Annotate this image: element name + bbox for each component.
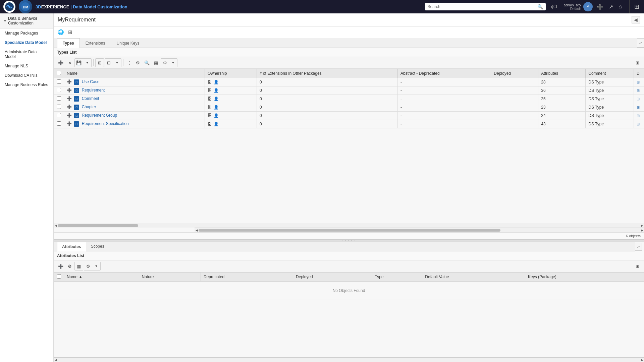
- filter-attr-btn[interactable]: ⚙: [66, 262, 74, 270]
- table-settings-btn[interactable]: ⊞: [633, 59, 641, 67]
- row-expand-icon[interactable]: ➕: [67, 79, 72, 84]
- grid-tool-icon[interactable]: ⊞: [66, 28, 74, 37]
- row-expand-icon[interactable]: ➕: [67, 96, 72, 101]
- row-d-cell[interactable]: ⊞: [634, 95, 644, 103]
- scroll-left-btn[interactable]: ◀: [54, 224, 58, 228]
- sidebar-item-nls[interactable]: Manage NLS: [0, 61, 53, 71]
- row-name-link[interactable]: Use Case: [82, 79, 100, 84]
- attr-columns-btn[interactable]: ▦: [75, 262, 83, 270]
- row-checkbox-5[interactable]: [57, 121, 61, 126]
- row-checkbox-4[interactable]: [57, 113, 61, 117]
- avatar[interactable]: A: [583, 2, 593, 11]
- col-d-header[interactable]: D: [634, 69, 644, 78]
- attr-scroll-right-btn[interactable]: ▶: [640, 358, 644, 362]
- sidebar-item-administrate[interactable]: Administrate Data Model: [0, 47, 53, 61]
- row-name-cell[interactable]: ➕ □ Requirement Group: [64, 112, 205, 120]
- tab-unique-keys[interactable]: Unique Keys: [111, 38, 145, 48]
- row-d-cell[interactable]: ⊞: [634, 103, 644, 112]
- row-expand-icon[interactable]: ➕: [67, 88, 72, 93]
- row-name-cell[interactable]: ➕ □ Use Case: [64, 78, 205, 86]
- row-expand-icon[interactable]: ➕: [67, 121, 72, 126]
- row-expand-icon[interactable]: ➕: [67, 113, 72, 118]
- row-checkbox-2[interactable]: [57, 96, 61, 101]
- sidebar-header[interactable]: ▼ Data & Behavior Customization: [0, 13, 53, 28]
- col-ownership-header[interactable]: Ownership: [205, 69, 257, 78]
- col-abstract-header[interactable]: Abstract - Deprecated: [397, 69, 491, 78]
- attr-scroll-left-btn[interactable]: ◀: [54, 358, 58, 362]
- row-checkbox-1[interactable]: [57, 88, 61, 92]
- col-attributes-header[interactable]: Attributes: [538, 69, 586, 78]
- attr-config-dropdown-btn[interactable]: ▼: [92, 262, 100, 270]
- row-d-cell[interactable]: ⊞: [634, 86, 644, 95]
- expand-attr-btn[interactable]: ⤢: [635, 243, 642, 251]
- sidebar-item-specialize[interactable]: Specialize Data Model: [0, 38, 53, 47]
- row-name-link[interactable]: Chapter: [82, 105, 96, 109]
- scroll-right-btn[interactable]: ▶: [640, 224, 644, 228]
- scroll-right2-btn[interactable]: ▶: [640, 228, 644, 232]
- row-check-cell[interactable]: [54, 112, 64, 120]
- attr-col-deployed[interactable]: Deployed: [293, 273, 372, 282]
- row-name-cell[interactable]: ➕ □ Comment: [64, 95, 205, 103]
- attr-col-type[interactable]: Type: [372, 273, 422, 282]
- home-btn[interactable]: ⌂: [617, 2, 623, 11]
- row-checkbox-3[interactable]: [57, 105, 61, 109]
- add-btn[interactable]: ➕: [595, 2, 605, 11]
- search-bar[interactable]: 🔍: [425, 3, 546, 10]
- search-input[interactable]: [428, 4, 537, 9]
- organize-btn[interactable]: ⊟: [105, 59, 113, 67]
- org-dropdown-btn[interactable]: ▼: [113, 59, 121, 67]
- config-btn[interactable]: ⚙: [161, 59, 169, 67]
- col-extensions-header[interactable]: # of Extensions In Other Packages: [257, 69, 397, 78]
- filter-btn[interactable]: ⚙: [134, 59, 142, 67]
- row-name-link[interactable]: Requirement: [82, 88, 105, 93]
- row-check-cell[interactable]: [54, 78, 64, 86]
- tab-types[interactable]: Types: [57, 38, 80, 48]
- collapse-panel-btn[interactable]: ◀: [632, 16, 640, 23]
- row-check-cell[interactable]: [54, 120, 64, 128]
- row-check-cell[interactable]: [54, 86, 64, 95]
- row-name-link[interactable]: Requirement Specification: [82, 121, 129, 126]
- expand-view-btn[interactable]: ⤢: [637, 38, 644, 48]
- row-name-link[interactable]: Requirement Group: [82, 113, 117, 118]
- select-all-checkbox[interactable]: [57, 71, 61, 75]
- sidebar-item-download[interactable]: Download CATNIs: [0, 71, 53, 80]
- row-checkbox-0[interactable]: [57, 79, 61, 84]
- columns-btn[interactable]: ▦: [152, 59, 160, 67]
- attributes-table-container[interactable]: Name ▲ Nature Deprecated Deployed Type D…: [54, 272, 644, 357]
- scroll-left2-btn[interactable]: ◀: [195, 228, 199, 232]
- row-d-cell[interactable]: ⊞: [634, 120, 644, 128]
- attr-col-deprecated[interactable]: Deprecated: [201, 273, 293, 282]
- delete-type-btn[interactable]: ✕: [66, 59, 74, 67]
- row-name-link[interactable]: Comment: [82, 96, 99, 101]
- globe-icon[interactable]: 🌐: [56, 28, 65, 37]
- sidebar-item-manage-packages[interactable]: Manage Packages: [0, 28, 53, 38]
- attr-config-btn[interactable]: ⚙: [84, 262, 92, 270]
- row-check-cell[interactable]: [54, 95, 64, 103]
- attr-table-settings-btn[interactable]: ⊞: [633, 262, 641, 270]
- attr-col-check[interactable]: [54, 273, 64, 282]
- col-name-header[interactable]: Name: [64, 69, 205, 78]
- tab-scopes[interactable]: Scopes: [86, 242, 109, 251]
- sidebar-item-business-rules[interactable]: Manage Business Rules: [0, 80, 53, 89]
- row-name-cell[interactable]: ➕ □ Requirement Specification: [64, 120, 205, 128]
- row-d-cell[interactable]: ⊞: [634, 112, 644, 120]
- grid-icon[interactable]: ⊞: [633, 2, 641, 12]
- hierarchy-btn[interactable]: ⋮: [125, 59, 133, 67]
- tab-attributes[interactable]: Attributes: [57, 242, 86, 251]
- save-dropdown-btn[interactable]: ▼: [83, 59, 91, 67]
- col-comment-header[interactable]: Comment: [586, 69, 634, 78]
- search-type-btn[interactable]: 🔍: [143, 59, 151, 67]
- types-table-container[interactable]: Name Ownership # of Extensions In Other …: [54, 69, 644, 223]
- attr-col-keys[interactable]: Keys (Package): [525, 273, 644, 282]
- share-btn[interactable]: ↗: [607, 2, 614, 11]
- col-check-header[interactable]: [54, 69, 64, 78]
- attr-select-all[interactable]: [57, 274, 61, 279]
- add-attr-btn[interactable]: ➕: [56, 262, 65, 270]
- attr-col-name[interactable]: Name ▲: [64, 273, 139, 282]
- config-dropdown-btn[interactable]: ▼: [169, 59, 177, 67]
- col-deployed-header[interactable]: Deployed: [491, 69, 538, 78]
- save-btn[interactable]: 💾: [75, 59, 83, 67]
- tag-icon[interactable]: 🏷: [551, 3, 557, 10]
- group-btn[interactable]: ⊞: [96, 59, 104, 67]
- add-type-btn[interactable]: ➕: [56, 59, 65, 67]
